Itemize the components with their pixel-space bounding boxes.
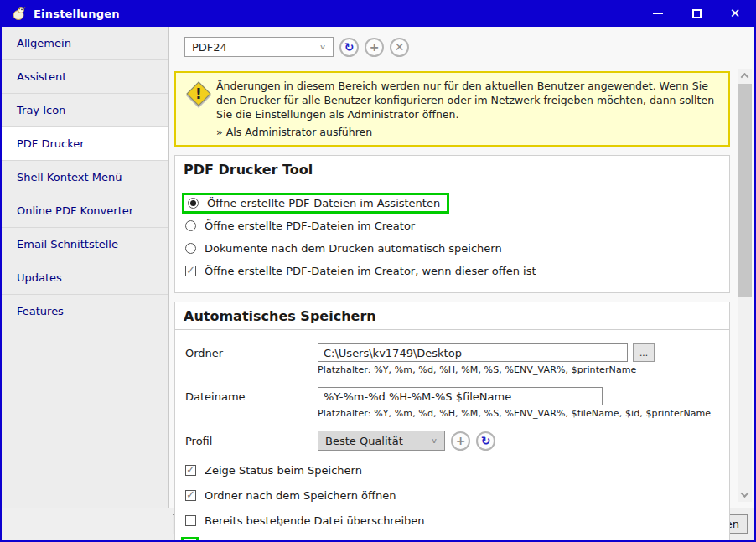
profile-label: Profil — [185, 435, 318, 447]
profile-select[interactable]: Beste Qualität ∨ — [318, 431, 445, 451]
annotation-highlight: Öffne erstellte PDF-Dateien im Assistent… — [182, 193, 449, 214]
folder-label: Ordner — [185, 347, 318, 359]
checkbox-open-folder-after-save[interactable] — [185, 490, 196, 501]
refresh-profile-button[interactable]: ↻ — [476, 431, 495, 451]
browse-folder-button[interactable]: ... — [633, 343, 655, 362]
minimize-button[interactable] — [639, 0, 677, 27]
annotation-highlight — [181, 537, 199, 542]
folder-placeholder-hint: Platzhalter: %Y, %m, %d, %H, %M, %S, %EN… — [318, 364, 719, 375]
sidebar-item-email-schnittstelle[interactable]: Email Schnittstelle — [2, 228, 168, 261]
scroll-down-icon[interactable] — [738, 488, 752, 502]
autosave-panel: Automatisches Speichern Ordner ... Platz… — [174, 302, 730, 542]
radio-open-in-creator-label: Öffne erstellte PDF-Dateien im Creator — [205, 219, 415, 232]
minimize-icon — [653, 13, 663, 14]
checkbox-show-status[interactable] — [185, 465, 196, 476]
close-button[interactable]: ✕ — [716, 0, 754, 27]
settings-window: Einstellungen ✕ Allgemein Assistent Tray… — [0, 0, 756, 542]
close-icon: ✕ — [730, 8, 741, 20]
chevron-down-icon: ∨ — [319, 43, 326, 51]
add-printer-button[interactable]: + — [365, 38, 384, 57]
link-prefix: » — [216, 126, 223, 138]
filename-placeholder-hint: Platzhalter: %Y, %m, %d, %H, %M, %S, %EN… — [318, 408, 719, 419]
checkbox-overwrite-existing[interactable] — [185, 515, 196, 526]
radio-open-in-creator[interactable] — [185, 220, 196, 231]
scrollbar-thumb[interactable] — [738, 84, 752, 297]
svg-text:!: ! — [195, 85, 202, 102]
maximize-button[interactable] — [677, 0, 716, 27]
filename-input[interactable] — [318, 387, 603, 405]
vertical-scrollbar[interactable] — [738, 69, 752, 502]
radio-open-in-assistant-label: Öffne erstellte PDF-Dateien im Assistent… — [207, 197, 440, 209]
folder-input[interactable] — [318, 343, 628, 362]
add-profile-button[interactable]: + — [451, 431, 470, 451]
sidebar-item-pdf-drucker[interactable]: PDF Drucker — [2, 127, 168, 161]
checkbox-show-status-label: Zeige Status beim Speichern — [205, 464, 362, 477]
printer-select-value: PDF24 — [192, 41, 227, 54]
radio-autosave-after-print[interactable] — [185, 243, 196, 254]
titlebar: Einstellungen ✕ — [2, 0, 754, 27]
remove-icon: ✕ — [395, 41, 405, 53]
plus-icon: + — [456, 435, 466, 447]
pdf-drucker-tool-panel: PDF Drucker Tool Öffne erstellte PDF-Dat… — [174, 155, 730, 293]
printer-toolbar: PDF24 ∨ ↻ + ✕ — [174, 27, 754, 67]
chevron-down-icon: ∨ — [431, 436, 438, 445]
sidebar: Allgemein Assistent Tray Icon PDF Drucke… — [2, 27, 169, 508]
radio-open-in-assistant[interactable] — [188, 198, 199, 209]
sidebar-item-features[interactable]: Features — [2, 295, 168, 328]
refresh-icon: ↻ — [344, 41, 355, 53]
filename-label: Dateiname — [185, 390, 318, 403]
plus-icon: + — [370, 41, 380, 53]
checkbox-open-creator-if-open-label: Öffne erstellte PDF-Dateien im Creator, … — [205, 265, 536, 277]
scroll-up-icon[interactable] — [738, 69, 752, 83]
run-as-administrator-link[interactable]: Als Administrator ausführen — [226, 126, 373, 138]
chevron-down-icon: ∨ — [277, 519, 284, 528]
sidebar-item-assistent[interactable]: Assistent — [2, 60, 168, 94]
checkbox-overwrite-existing-label: Bereits bestehende Datei überschreiben — [205, 514, 425, 527]
sidebar-item-tray-icon[interactable]: Tray Icon — [2, 94, 168, 127]
notice-text: Änderungen in diesem Bereich werden nur … — [216, 80, 714, 121]
sidebar-item-online-pdf-konverter[interactable]: Online PDF Konverter — [2, 194, 168, 228]
refresh-icon: ↻ — [481, 435, 491, 447]
sidebar-item-allgemein[interactable]: Allgemein — [2, 27, 168, 60]
autosave-title: Automatisches Speichern — [175, 302, 729, 330]
app-icon — [10, 5, 27, 22]
warning-icon: ! — [184, 81, 213, 110]
window-title: Einstellungen — [34, 8, 120, 20]
sidebar-item-updates[interactable]: Updates — [2, 261, 168, 295]
admin-notice: ! Änderungen in diesem Bereich werden nu… — [174, 71, 730, 147]
refresh-printer-button[interactable]: ↻ — [339, 38, 359, 57]
profile-select-value: Beste Qualität — [325, 435, 403, 447]
remove-printer-button[interactable]: ✕ — [390, 38, 409, 57]
radio-autosave-after-print-label: Dokumente nach dem Drucken automatisch s… — [205, 242, 502, 255]
maximize-icon — [692, 9, 702, 18]
sidebar-item-shell-kontext-menu[interactable]: Shell Kontext Menü — [2, 161, 168, 194]
pdf-drucker-tool-title: PDF Drucker Tool — [175, 156, 729, 183]
printer-select[interactable]: PDF24 ∨ — [184, 37, 334, 57]
checkbox-open-creator-if-open[interactable] — [185, 266, 196, 276]
checkbox-open-folder-after-save-label: Ordner nach dem Speichern öffnen — [205, 489, 396, 502]
content-area: PDF24 ∨ ↻ + ✕ ! Änderungen in diesem B — [169, 27, 754, 508]
